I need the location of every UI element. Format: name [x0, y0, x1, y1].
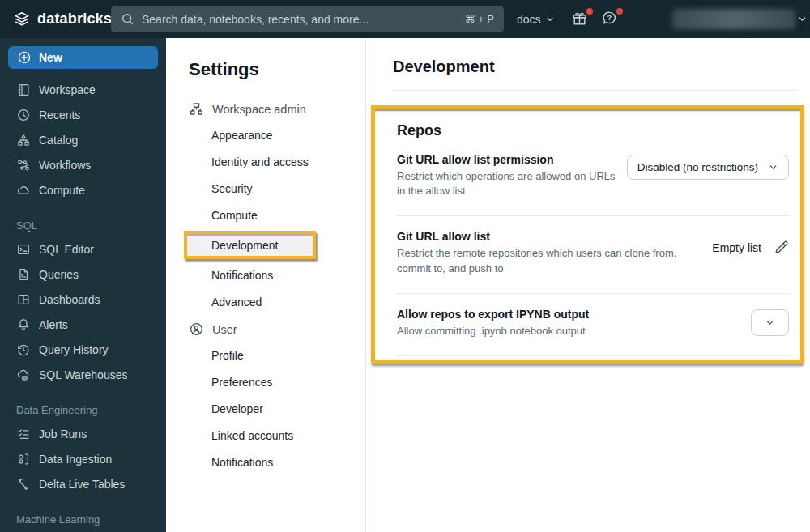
cloud-icon — [16, 183, 31, 198]
sidebar-item-compute[interactable]: Compute — [0, 177, 166, 202]
whats-new-button[interactable] — [571, 10, 590, 29]
sidebar-item-recents[interactable]: Recents — [0, 102, 166, 127]
settings-item-development-selected[interactable]: Development — [211, 234, 313, 256]
sidebar-section-machine-learning: Machine Learning — [0, 508, 166, 530]
clock-icon — [16, 108, 31, 122]
sidebar-item-dashboards[interactable]: Dashboards — [0, 287, 166, 312]
sidebar-item-job-runs[interactable]: Job Runs — [0, 421, 166, 446]
setting-row-ipynb-output: Allow repos to export IPYNB output Allow… — [397, 294, 789, 356]
chevron-down-icon — [768, 162, 778, 172]
warehouse-icon — [16, 368, 31, 382]
settings-item-preferences[interactable]: Preferences — [211, 368, 365, 395]
sidebar-item-sql-editor[interactable]: SQL Editor — [0, 236, 166, 262]
account-menu[interactable] — [672, 9, 795, 29]
top-bar: databricks ⌘ + P docs ? — [0, 0, 810, 38]
plus-circle-icon — [17, 50, 32, 65]
settings-item-security[interactable]: Security — [211, 175, 365, 202]
settings-item-advanced[interactable]: Advanced — [211, 288, 365, 315]
sidebar-item-workspace[interactable]: Workspace — [0, 77, 166, 102]
setting-row-git-url-permission: Git URL allow list permission Restrict w… — [397, 139, 789, 216]
settings-item-compute[interactable]: Compute — [211, 202, 365, 228]
dropdown-value: Disabled (no restrictions) — [637, 161, 758, 173]
search-shortcut: ⌘ + P — [465, 13, 495, 25]
workflows-icon — [16, 158, 31, 172]
layers-icon — [13, 11, 31, 28]
help-button[interactable]: ? — [601, 10, 620, 29]
docs-label: docs — [517, 13, 541, 26]
ipynb-output-dropdown[interactable] — [751, 309, 789, 336]
workspace-icon — [16, 83, 31, 97]
settings-title: Settings — [189, 59, 365, 80]
new-label: New — [39, 51, 62, 64]
settings-nav-panel: Settings Workspace admin Appearance Iden… — [166, 38, 366, 532]
setting-description: Restrict which operations are allowed on… — [397, 169, 617, 198]
page-title: Development — [393, 57, 810, 76]
sidebar-item-queries[interactable]: Queries — [0, 262, 166, 287]
dashboards-icon — [16, 292, 31, 307]
catalog-icon — [16, 133, 31, 147]
app-sidebar: New Workspace Recents Catalog Workflows … — [0, 38, 166, 532]
account-chevron-icon[interactable] — [797, 13, 808, 28]
annotation-highlight-repos: Repos Git URL allow list permission Rest… — [371, 105, 804, 364]
delta-live-tables-icon — [16, 477, 31, 492]
settings-item-identity-and-access[interactable]: Identity and access — [211, 148, 365, 175]
logo-text: databricks — [37, 11, 112, 28]
settings-group-workspace-admin[interactable]: Workspace admin — [189, 101, 365, 117]
user-icon — [189, 321, 204, 337]
setting-label: Allow repos to export IPYNB output — [397, 308, 589, 321]
data-ingestion-icon — [16, 452, 31, 466]
search-icon — [121, 12, 134, 26]
sidebar-item-data-ingestion[interactable]: Data Ingestion — [0, 446, 166, 471]
databricks-logo[interactable]: databricks — [0, 11, 123, 28]
settings-item-linked-accounts[interactable]: Linked accounts — [211, 422, 365, 449]
history-icon — [16, 343, 31, 357]
setting-description: Allow committing .ipynb notebook output — [397, 324, 589, 338]
gift-icon — [571, 10, 588, 27]
sidebar-item-delta-live-tables[interactable]: Delta Live Tables — [0, 471, 166, 496]
sidebar-item-sql-warehouses[interactable]: SQL Warehouses — [0, 362, 166, 387]
edit-pencil-icon[interactable] — [774, 240, 789, 255]
sidebar-item-query-history[interactable]: Query History — [0, 337, 166, 362]
job-runs-icon — [16, 427, 31, 441]
settings-item-profile[interactable]: Profile — [211, 342, 365, 368]
settings-item-user-notifications[interactable]: Notifications — [211, 449, 365, 475]
svg-text:?: ? — [608, 13, 612, 22]
sidebar-section-data-engineering: Data Engineering — [0, 398, 166, 421]
notification-dot — [616, 8, 623, 15]
sql-editor-icon — [16, 242, 31, 257]
queries-icon — [16, 267, 31, 282]
repos-section-title: Repos — [397, 122, 789, 139]
org-chart-icon — [189, 101, 204, 117]
settings-group-user[interactable]: User — [189, 321, 365, 337]
settings-item-developer[interactable]: Developer — [211, 395, 365, 422]
main-content: Development Repos Git URL allow list per… — [366, 38, 810, 532]
sidebar-section-sql: SQL — [0, 214, 166, 236]
notification-dot — [586, 8, 593, 15]
new-button[interactable]: New — [8, 46, 158, 69]
search-input[interactable] — [142, 13, 458, 26]
setting-label: Git URL allow list permission — [397, 153, 617, 166]
sidebar-item-alerts[interactable]: Alerts — [0, 312, 166, 337]
git-url-permission-dropdown[interactable]: Disabled (no restrictions) — [627, 155, 789, 180]
setting-row-git-url-allow-list: Git URL allow list Restrict the remote r… — [397, 216, 789, 293]
chevron-down-icon — [765, 317, 775, 328]
sidebar-item-catalog[interactable]: Catalog — [0, 127, 166, 152]
bell-icon — [16, 317, 31, 332]
settings-item-appearance[interactable]: Appearance — [211, 121, 365, 148]
sidebar-item-workflows[interactable]: Workflows — [0, 152, 166, 177]
help-bubble-icon: ? — [601, 10, 618, 27]
allow-list-value: Empty list — [712, 241, 761, 254]
setting-description: Restrict the remote repositories which u… — [397, 246, 709, 275]
divider — [393, 90, 798, 91]
annotation-highlight-development: Development — [184, 231, 316, 259]
setting-label: Git URL allow list — [397, 230, 709, 243]
settings-item-notifications[interactable]: Notifications — [211, 262, 365, 288]
global-search[interactable]: ⌘ + P — [111, 6, 504, 32]
chevron-down-icon — [545, 15, 555, 24]
docs-menu[interactable]: docs — [517, 0, 555, 38]
